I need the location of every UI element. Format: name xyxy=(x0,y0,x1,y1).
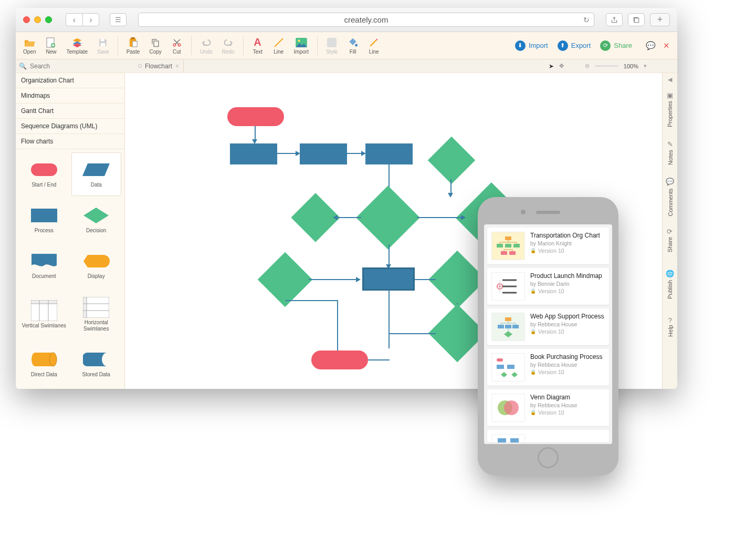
flow-process-node[interactable] xyxy=(365,143,413,164)
close-tab-icon[interactable]: × xyxy=(175,63,179,70)
phone-home-button[interactable] xyxy=(538,447,559,468)
reload-icon[interactable]: ↻ xyxy=(583,16,590,24)
open-button[interactable]: Open xyxy=(20,36,39,56)
phone-screen[interactable]: Transportation Org Chart by Marion Knigh… xyxy=(484,224,612,444)
shape-vertical-swimlanes[interactable]: Vertical Swimlanes xyxy=(19,290,69,340)
minimize-window-button[interactable] xyxy=(34,16,41,23)
select-tool-icon[interactable]: ➤ xyxy=(549,63,554,70)
flow-decision-node[interactable] xyxy=(435,143,468,177)
shape-stored-data[interactable]: Stored Data xyxy=(71,342,122,386)
category-item[interactable]: Mindmaps xyxy=(16,88,124,104)
svg-marker-45 xyxy=(504,331,512,337)
card-author: by Marion Knight xyxy=(530,240,605,246)
flow-decision-node[interactable] xyxy=(266,260,304,299)
search-icon[interactable]: 🔍 xyxy=(19,63,27,70)
comments-icon: 💬 xyxy=(666,178,674,185)
maximize-window-button[interactable] xyxy=(45,16,52,23)
undo-button[interactable]: Undo xyxy=(197,36,216,56)
cut-button[interactable]: Cut xyxy=(168,36,186,56)
flow-end-node[interactable] xyxy=(311,351,368,369)
sidebar-toggle-button[interactable]: ☰ xyxy=(110,13,127,26)
diagram-card[interactable]: Book Purchasing Process by Rebbeca House… xyxy=(487,349,609,386)
diagram-card[interactable]: Product Launch Mindmap by Bennie Darin 🔒… xyxy=(487,268,609,305)
flow-decision-node[interactable] xyxy=(365,195,411,240)
svg-rect-34 xyxy=(509,251,516,255)
shape-data[interactable]: Data xyxy=(71,152,122,196)
svg-rect-46 xyxy=(497,358,503,362)
tabs-button[interactable] xyxy=(628,13,645,26)
globe-icon: 🌐 xyxy=(666,269,674,277)
shape-horizontal-swimlanes[interactable]: Horizontal Swimlanes xyxy=(71,290,122,340)
address-bar[interactable]: creately.com ↻ xyxy=(138,13,594,27)
svg-rect-3 xyxy=(101,39,105,42)
import-button[interactable]: ⬇ Import xyxy=(512,38,551,53)
shape-search-input[interactable] xyxy=(30,63,103,70)
document-tab[interactable]: Flowchart × xyxy=(134,59,184,73)
rail-share[interactable]: Share⟳ xyxy=(653,229,677,252)
close-window-button[interactable] xyxy=(23,16,30,23)
shape-process[interactable]: Process xyxy=(19,198,69,242)
fill-button[interactable]: Fill xyxy=(344,36,362,56)
card-thumbnail xyxy=(491,394,525,422)
rail-properties[interactable]: Properties▣ xyxy=(653,92,677,127)
comment-icon[interactable]: 💬 xyxy=(646,41,656,50)
back-button[interactable]: ‹ xyxy=(66,13,82,26)
shape-decision[interactable]: Decision xyxy=(71,198,122,242)
redo-button[interactable]: Redo xyxy=(219,36,238,56)
category-item[interactable]: Flow charts xyxy=(16,134,124,149)
diagram-card[interactable] xyxy=(487,430,609,442)
card-title: Book Purchasing Process xyxy=(530,353,605,360)
save-button[interactable]: Save xyxy=(94,36,112,56)
flow-process-node[interactable] xyxy=(300,143,347,164)
lock-icon: 🔒 xyxy=(530,248,536,253)
style-button[interactable]: Style xyxy=(323,36,341,56)
flow-process-node[interactable] xyxy=(230,143,277,164)
category-item[interactable]: Gantt Chart xyxy=(16,104,124,119)
paste-button[interactable]: Paste xyxy=(123,36,143,56)
download-icon: ⬇ xyxy=(515,40,526,51)
share-page-button[interactable] xyxy=(606,13,623,26)
collapse-icon[interactable]: ◀ xyxy=(668,76,672,83)
copy-button[interactable]: Copy xyxy=(146,36,164,56)
rail-comments[interactable]: Comments💬 xyxy=(653,177,678,216)
export-button[interactable]: ⬆ Export xyxy=(554,38,594,53)
category-item[interactable]: Organization Chart xyxy=(16,73,124,88)
diagram-card[interactable]: Web App Support Process by Rebbeca House… xyxy=(487,308,609,345)
share-button[interactable]: ⟳ Share xyxy=(597,38,635,53)
flow-start-node[interactable] xyxy=(227,107,284,126)
zoom-out-icon[interactable]: ⊖ xyxy=(585,63,590,69)
shape-display[interactable]: Display xyxy=(71,244,122,287)
line-tool-button[interactable]: Line xyxy=(270,36,288,56)
card-version: Version 10 xyxy=(538,409,564,416)
rail-notes[interactable]: Notes✎ xyxy=(653,141,678,165)
flow-decision-node[interactable] xyxy=(298,200,333,235)
zoom-slider[interactable] xyxy=(595,65,618,67)
rail-help[interactable]: Help? xyxy=(653,318,677,337)
flow-decision-node[interactable] xyxy=(437,259,478,300)
forward-button[interactable]: › xyxy=(82,13,99,26)
shape-start-end[interactable]: Start / End xyxy=(19,152,69,196)
import-image-button[interactable]: Import xyxy=(291,36,312,56)
zoom-dropdown-icon[interactable]: ▾ xyxy=(644,63,647,69)
template-button[interactable]: Template xyxy=(63,36,91,56)
template-icon xyxy=(71,37,83,48)
new-button[interactable]: New xyxy=(42,36,60,56)
folder-open-icon xyxy=(24,37,35,48)
category-item[interactable]: Sequence Diagrams (UML) xyxy=(16,119,124,134)
shape-direct-data[interactable]: Direct Data xyxy=(19,342,69,386)
shape-document[interactable]: Document xyxy=(19,244,69,287)
flow-process-node[interactable] xyxy=(362,267,415,291)
diagram-card[interactable]: Venn Diagram by Rebbeca House 🔒Version 1… xyxy=(487,389,609,426)
rail-publish[interactable]: Publish🌐 xyxy=(653,269,677,299)
new-tab-button[interactable]: + xyxy=(650,13,670,26)
close-icon[interactable]: ✕ xyxy=(663,41,670,50)
phone-speaker xyxy=(536,211,560,214)
diagram-card[interactable]: Transportation Org Chart by Marion Knigh… xyxy=(487,228,609,264)
flow-decision-node[interactable] xyxy=(437,313,478,354)
text-tool-button[interactable]: A Text xyxy=(249,36,267,56)
line-style-button[interactable]: Line xyxy=(365,36,383,56)
card-thumbnail xyxy=(491,434,525,442)
svg-marker-49 xyxy=(501,372,507,377)
svg-point-28 xyxy=(49,353,57,366)
pan-tool-icon[interactable]: ✥ xyxy=(559,63,564,69)
